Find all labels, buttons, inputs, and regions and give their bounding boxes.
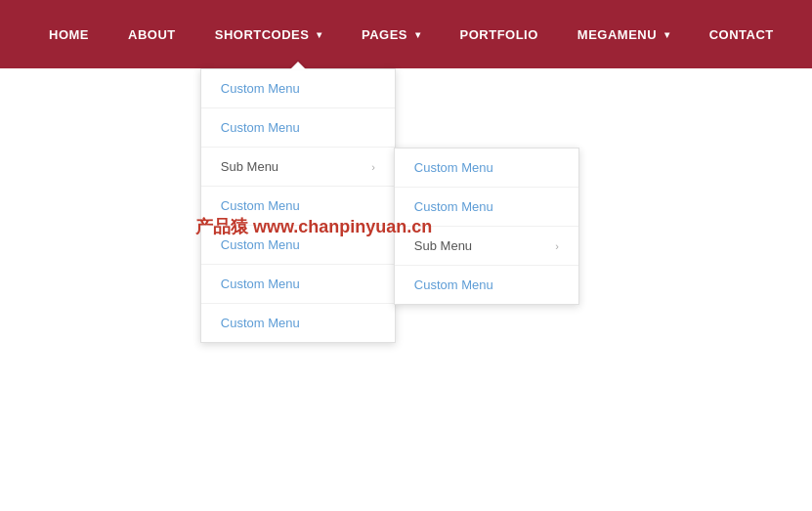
chevron-right-icon: ›	[371, 161, 375, 173]
nav-link-about[interactable]: ABOUT	[108, 0, 195, 68]
sub-dropdown: Custom Menu Custom Menu Sub Menu › Custo…	[394, 148, 579, 305]
sub-dropdown-item-1[interactable]: Custom Menu	[395, 149, 578, 188]
nav-link-megamenu[interactable]: MEGAMENU ▾	[558, 0, 690, 68]
nav-label-portfolio: PORTFOLIO	[460, 27, 538, 42]
dropdown-item-5[interactable]: Custom Menu	[201, 226, 395, 265]
chevron-down-icon-mega: ▾	[664, 29, 670, 40]
nav-item-shortcodes: SHORTCODES ▾ Custom Menu Custom Menu Sub…	[195, 0, 342, 68]
chevron-right-icon-2: ›	[555, 240, 559, 252]
navbar: HOME ABOUT SHORTCODES ▾ Custom Menu Cust…	[0, 0, 812, 68]
dropdown-submenu-trigger[interactable]: Sub Menu › Custom Menu Custom Menu Sub M…	[201, 148, 395, 187]
nav-label-about: ABOUT	[128, 27, 176, 42]
dropdown-item-2[interactable]: Custom Menu	[201, 108, 395, 148]
nav-link-pages[interactable]: PAGES ▾	[342, 0, 441, 68]
dropdown-item-7[interactable]: Custom Menu	[201, 304, 395, 342]
dropdown-item-1[interactable]: Custom Menu	[201, 69, 395, 108]
sub-dropdown-submenu-trigger[interactable]: Sub Menu ›	[395, 227, 578, 266]
nav-items: HOME ABOUT SHORTCODES ▾ Custom Menu Cust…	[29, 0, 783, 68]
nav-item-contact: CONTACT	[690, 0, 793, 68]
nav-item-megamenu: MEGAMENU ▾	[558, 0, 690, 68]
nav-label-home: HOME	[49, 27, 89, 42]
nav-link-home[interactable]: HOME	[29, 0, 108, 68]
nav-link-contact[interactable]: CONTACT	[690, 0, 793, 68]
chevron-down-icon-pages: ▾	[415, 29, 421, 40]
chevron-down-icon: ▾	[317, 29, 322, 40]
dropdown-item-4[interactable]: Custom Menu	[201, 187, 395, 226]
dropdown-item-6[interactable]: Custom Menu	[201, 265, 395, 304]
nav-link-portfolio[interactable]: PORTFOLIO	[441, 0, 558, 68]
nav-item-about: ABOUT	[108, 0, 195, 68]
nav-item-portfolio: PORTFOLIO	[441, 0, 558, 68]
sub-dropdown-item-4[interactable]: Custom Menu	[395, 266, 578, 304]
sub-dropdown-item-2[interactable]: Custom Menu	[395, 188, 578, 227]
nav-item-home: HOME	[29, 0, 108, 68]
nav-item-pages: PAGES ▾	[342, 0, 441, 68]
nav-label-megamenu: MEGAMENU	[577, 27, 657, 42]
nav-link-shortcodes[interactable]: SHORTCODES ▾	[195, 0, 342, 68]
shortcodes-dropdown: Custom Menu Custom Menu Sub Menu › Custo…	[200, 68, 396, 343]
nav-label-pages: PAGES	[362, 27, 407, 42]
nav-label-shortcodes: SHORTCODES	[215, 27, 310, 42]
nav-label-contact: CONTACT	[709, 27, 774, 42]
